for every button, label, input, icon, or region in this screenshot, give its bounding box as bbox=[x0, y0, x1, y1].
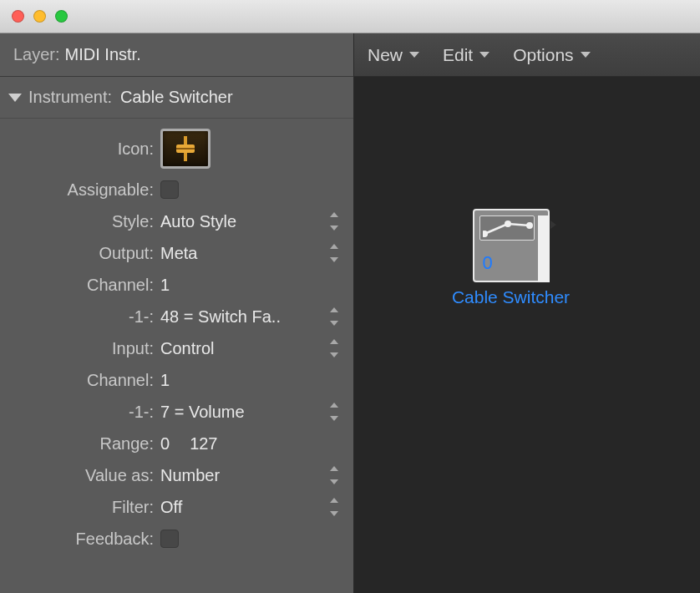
filter-label: Filter: bbox=[0, 498, 160, 517]
new-menu[interactable]: New bbox=[368, 45, 419, 65]
channel2-value: 1 bbox=[160, 371, 170, 390]
row-valueas[interactable]: Value as: Number bbox=[0, 459, 353, 491]
edit-menu[interactable]: Edit bbox=[443, 45, 489, 65]
assignable-checkbox[interactable] bbox=[160, 180, 179, 199]
row-input[interactable]: Input: Control bbox=[0, 332, 353, 364]
channel1-label: Channel: bbox=[0, 276, 160, 295]
row-minus1b[interactable]: -1-: 7 = Volume bbox=[0, 396, 353, 428]
row-range[interactable]: Range: 0 127 bbox=[0, 428, 353, 459]
valueas-value: Number bbox=[160, 466, 220, 485]
stepper-icon[interactable] bbox=[328, 212, 340, 231]
assignable-label: Assignable: bbox=[0, 180, 160, 200]
feedback-checkbox[interactable] bbox=[160, 530, 179, 548]
range-max[interactable]: 127 bbox=[190, 434, 217, 454]
cable-switcher-node[interactable]: 0 Cable Switcher bbox=[438, 209, 584, 307]
feedback-label: Feedback: bbox=[0, 530, 160, 549]
stepper-icon[interactable] bbox=[328, 403, 340, 421]
layer-value: MIDI Instr. bbox=[65, 45, 141, 64]
environment-canvas[interactable]: New Edit Options bbox=[354, 33, 700, 593]
range-label: Range: bbox=[0, 434, 160, 454]
row-style[interactable]: Style: Auto Style bbox=[0, 205, 353, 237]
instrument-value: Cable Switcher bbox=[120, 88, 233, 107]
stepper-icon[interactable] bbox=[328, 466, 340, 484]
output-label: Output: bbox=[0, 244, 160, 263]
window-minimize-button[interactable] bbox=[33, 10, 46, 23]
window-close-button[interactable] bbox=[12, 10, 24, 23]
options-label: Options bbox=[513, 45, 573, 65]
cable-icon bbox=[483, 220, 533, 237]
minus1b-label: -1-: bbox=[0, 403, 160, 422]
svg-rect-2 bbox=[176, 148, 195, 150]
svg-point-6 bbox=[505, 220, 511, 227]
row-assignable: Assignable: bbox=[0, 174, 353, 205]
valueas-label: Value as: bbox=[0, 466, 160, 485]
row-feedback: Feedback: bbox=[0, 523, 353, 555]
filter-value: Off bbox=[160, 498, 182, 517]
svg-point-5 bbox=[483, 231, 488, 237]
inspector-panel: Layer: MIDI Instr. Instrument: Cable Swi… bbox=[0, 33, 354, 593]
input-label: Input: bbox=[0, 339, 160, 358]
input-value: Control bbox=[160, 339, 214, 358]
instrument-section-header[interactable]: Instrument: Cable Switcher bbox=[0, 77, 353, 119]
style-label: Style: bbox=[0, 212, 160, 231]
icon-label: Icon: bbox=[0, 139, 160, 159]
style-value: Auto Style bbox=[160, 212, 236, 231]
icon-picker[interactable] bbox=[160, 129, 211, 169]
options-menu[interactable]: Options bbox=[513, 45, 590, 65]
chevron-down-icon bbox=[479, 52, 489, 58]
svg-line-3 bbox=[484, 224, 508, 234]
chevron-down-icon bbox=[581, 52, 591, 58]
window-titlebar bbox=[0, 0, 700, 33]
channel2-label: Channel: bbox=[0, 371, 160, 390]
disclosure-triangle-icon[interactable] bbox=[8, 94, 22, 102]
stepper-icon[interactable] bbox=[328, 498, 340, 516]
svg-point-7 bbox=[526, 222, 533, 229]
row-minus1a[interactable]: -1-: 48 = Switch Fa.. bbox=[0, 301, 353, 332]
row-output[interactable]: Output: Meta bbox=[0, 237, 353, 269]
range-min[interactable]: 0 bbox=[160, 434, 170, 454]
node-label[interactable]: Cable Switcher bbox=[438, 287, 584, 307]
row-icon: Icon: bbox=[0, 124, 353, 174]
window-zoom-button[interactable] bbox=[55, 10, 68, 23]
inspector-rows: Icon: Assignable: bbox=[0, 119, 353, 555]
edit-label: Edit bbox=[443, 45, 473, 65]
row-channel-1[interactable]: Channel: 1 bbox=[0, 269, 353, 301]
stepper-icon[interactable] bbox=[328, 339, 340, 357]
row-channel-2[interactable]: Channel: 1 bbox=[0, 364, 353, 396]
row-filter[interactable]: Filter: Off bbox=[0, 491, 353, 523]
minus1b-value: 7 = Volume bbox=[160, 403, 245, 422]
minus1a-value: 48 = Switch Fa.. bbox=[160, 307, 281, 327]
channel1-value: 1 bbox=[160, 276, 170, 295]
minus1a-label: -1-: bbox=[0, 307, 160, 327]
layer-header[interactable]: Layer: MIDI Instr. bbox=[0, 33, 353, 77]
chevron-down-icon bbox=[409, 52, 419, 58]
fader-icon bbox=[171, 134, 200, 163]
instrument-label: Instrument: bbox=[28, 88, 112, 107]
layer-label: Layer: bbox=[13, 45, 60, 64]
stepper-icon[interactable] bbox=[328, 307, 340, 326]
node-output-port[interactable] bbox=[538, 215, 550, 282]
node-badge: 0 bbox=[483, 252, 493, 274]
new-label: New bbox=[368, 45, 403, 65]
canvas-toolbar: New Edit Options bbox=[354, 33, 700, 77]
content-area: Layer: MIDI Instr. Instrument: Cable Swi… bbox=[0, 33, 700, 593]
stepper-icon[interactable] bbox=[328, 244, 340, 262]
output-value: Meta bbox=[160, 244, 197, 263]
node-box[interactable]: 0 bbox=[473, 209, 550, 282]
